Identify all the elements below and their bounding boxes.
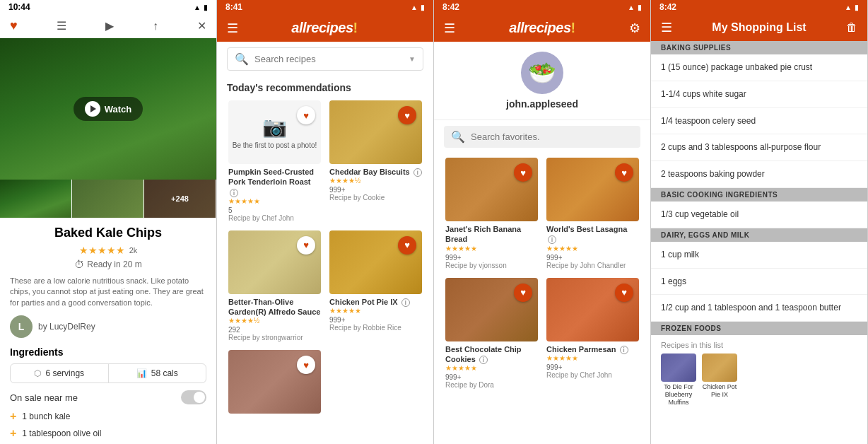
frozen-img-1 [661,354,696,382]
ar-header-2: ☰ allrecipes! [217,14,433,42]
settings-icon[interactable]: ⚙ [629,21,640,36]
info-badge-1: i [230,189,238,197]
play-icon[interactable]: ▶ [105,19,114,33]
ingredient-2: + 1 tablespoon olive oil [10,427,206,440]
wifi-icon-2: ▲ [411,4,418,11]
frozen-label-1: To Die For Blueberry Muffins [661,383,696,406]
count-3: 292 [228,326,321,334]
heart-btn-5[interactable]: ♥ [297,356,315,374]
category-basic: BASIC COOKING INGREDIENTS [651,188,867,201]
share-icon[interactable]: ↑ [153,20,158,33]
sale-label: On sale near me [10,392,78,403]
recipe-card-2[interactable]: ♥ Cheddar Bay Biscuits i ★★★★½ 999+ Reci… [325,96,426,226]
favorites-search-input[interactable] [471,132,633,142]
heart-btn-4[interactable]: ♥ [398,236,416,255]
thumb-1[interactable] [0,180,72,218]
status-icons-1: ▲ ▮ [194,4,208,11]
fav-name-1: Janet's Rich Banana Bread [445,224,538,245]
hamburger-icon-4[interactable]: ☰ [661,20,672,35]
fav-card-3[interactable]: ♥ Best Chocolate Chip Cookies i ★★★★★ 99… [441,274,542,394]
fav-count-2: 999+ [546,254,639,262]
play-triangle-icon [90,105,96,112]
thumb-3[interactable]: +248 [144,180,216,218]
hamburger-icon-3[interactable]: ☰ [444,21,455,36]
fav-heart-1[interactable]: ♥ [514,163,532,182]
heart-btn-2[interactable]: ♥ [398,106,416,124]
fav-stars-3: ★★★★★ [445,364,538,372]
ingredient-1: + 1 bunch kale [10,410,206,423]
search-input-2[interactable] [254,54,403,64]
recipe-name-3: Better-Than-Olive Garden(R) Alfredo Sauc… [228,297,321,317]
fav-count-1: 999+ [445,254,538,262]
ingredient-text-1: 1 bunch kale [22,411,70,421]
avatar: L [10,315,33,338]
wifi-icon-3: ▲ [628,4,635,11]
recipe-name-2: Cheddar Bay Biscuits i [329,167,422,177]
hamburger-icon[interactable]: ☰ [227,21,238,36]
recipe-card-3[interactable]: ♥ Better-Than-Olive Garden(R) Alfredo Sa… [224,226,325,346]
thumb-count-badge: +248 [144,180,216,218]
trash-icon[interactable]: 🗑 [846,21,857,34]
close-icon[interactable]: ✕ [197,19,206,33]
ar-header-3: ☰ allrecipes! ⚙ [434,14,650,42]
ready-label: Ready in 20 m [87,259,141,269]
cals-btn[interactable]: 📊 58 cals [109,364,206,382]
servings-btn[interactable]: ⬡ 6 servings [11,364,109,382]
fav-card-1[interactable]: ♥ Janet's Rich Banana Bread ★★★★★ 999+ R… [441,153,542,274]
p1-toolbar: ♥ ☰ ▶ ↑ ✕ [0,14,216,38]
shopping-header: ☰ My Shopping List 🗑 [651,14,867,41]
fav-card-2[interactable]: ♥ World's Best Lasagna i ★★★★★ 999+ Reci… [542,153,643,274]
fav-heart-4[interactable]: ♥ [615,284,633,302]
heart-btn-3[interactable]: ♥ [297,236,315,255]
watch-button[interactable]: Watch [74,97,143,121]
recipe-img-4: ♥ [329,230,422,294]
heart-icon[interactable]: ♥ [10,18,18,33]
time-4: 8:42 [659,2,676,12]
stars-2: ★★★★½ [329,177,422,185]
recipe-card-5[interactable]: ♥ [224,346,325,418]
servings-label: 6 servings [45,368,84,378]
fav-stars-1: ★★★★★ [445,245,538,252]
fav-img-2: ♥ [546,158,639,221]
recipe-img-3: ♥ [228,230,321,294]
shopping-item-9: 1/2 cup and 1 tablespoon and 1 teaspoon … [651,295,867,322]
count-4: 999+ [329,316,422,324]
author-name: by LucyDelRey [38,322,95,332]
shopping-item-4: 2 cups and 3 tablespoons all-purpose flo… [651,134,867,161]
cals-label: 58 cals [151,368,178,378]
fav-stars-2: ★★★★★ [546,245,639,252]
frozen-item-2[interactable]: Chicken Pot Pie IX [702,354,737,406]
recipe-card-4[interactable]: ♥ Chicken Pot Pie IX i ★★★★★ 999+ Recipe… [325,226,426,346]
description: These are a low calorie nutritious snack… [10,276,206,308]
fav-name-4: Chicken Parmesan i [546,344,639,354]
thumb-2[interactable] [72,180,144,218]
fav-card-4[interactable]: ♥ Chicken Parmesan i ★★★★★ 999+ Recipe b… [542,274,643,394]
watch-label: Watch [105,104,132,115]
time-2: 8:41 [225,2,242,12]
author-3: Recipe by strongwarrior [228,334,321,341]
battery-icon: ▮ [204,4,208,11]
battery-icon-3: ▮ [638,4,642,11]
shopping-item-2: 1-1/4 cups white sugar [651,81,867,108]
fav-info-4: i [620,346,628,354]
fav-name-3: Best Chocolate Chip Cookies i [445,344,538,365]
heart-btn-placeholder[interactable]: ♥ [297,106,315,124]
hero-image: Watch [0,38,216,180]
favorites-search[interactable]: 🔍 [444,126,640,148]
recipe-card-placeholder[interactable]: 📷 Be the first to post a photo! ♥ Pumpki… [224,96,325,226]
fav-name-2: World's Best Lasagna i [546,224,639,245]
time-1: 10:44 [8,2,30,12]
status-icons-2: ▲ ▮ [411,4,425,11]
menu-icon[interactable]: ☰ [57,19,66,33]
frozen-img-2 [702,354,737,382]
search-bar-2[interactable]: 🔍 ▼ [227,47,423,71]
status-bar-2: 8:41 ▲ ▮ [217,0,433,14]
frozen-item-1[interactable]: To Die For Blueberry Muffins [661,354,696,406]
fav-heart-2[interactable]: ♥ [615,163,633,182]
category-frozen: FROZEN FOODS [651,322,867,335]
fav-author-2: Recipe by John Chandler [546,262,639,269]
fav-heart-3[interactable]: ♥ [514,284,532,302]
fav-author-4: Recipe by Chef John [546,371,639,379]
sale-toggle[interactable] [181,390,206,404]
recommendations-header: Today's recommendations [217,76,433,96]
